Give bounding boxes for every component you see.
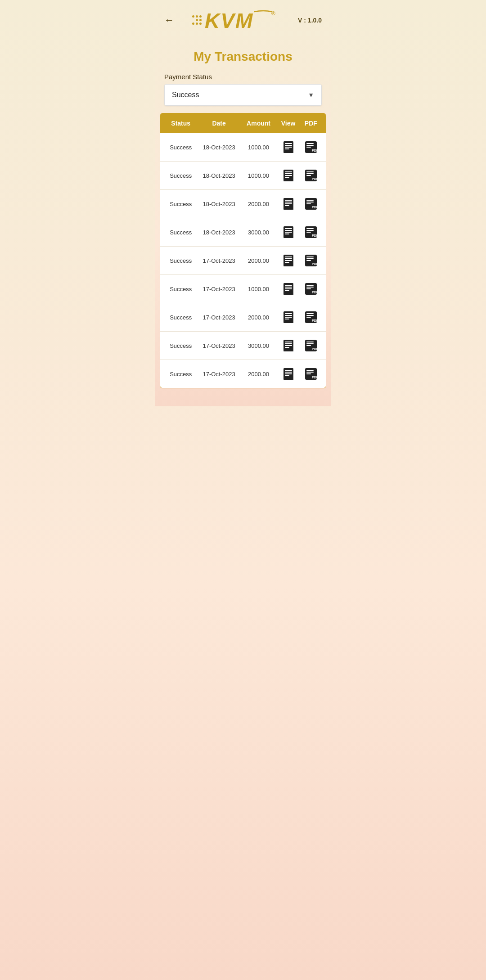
svg-rect-20 [306, 173, 314, 174]
svg-rect-86 [306, 343, 314, 344]
svg-rect-48 [285, 258, 292, 259]
svg-rect-80 [285, 342, 292, 342]
svg-rect-31 [306, 202, 314, 202]
pdf-icon: PDF [304, 254, 318, 267]
svg-rect-47 [285, 256, 292, 257]
table-row: Success18-Oct-20232000.00 PDF [160, 190, 326, 218]
svg-rect-74 [306, 313, 314, 314]
cell-amount: 3000.00 [240, 342, 277, 349]
cell-view[interactable] [277, 141, 299, 153]
svg-rect-30 [306, 200, 314, 201]
cell-amount: 2000.00 [240, 371, 277, 378]
cell-status: Success [164, 286, 198, 292]
payment-status-section: Payment Status Success ▼ [155, 68, 331, 113]
cell-view[interactable] [277, 226, 299, 238]
svg-rect-61 [285, 290, 289, 291]
cell-status: Success [164, 172, 198, 179]
svg-text:PDF: PDF [312, 177, 318, 180]
pdf-icon: PDF [304, 197, 318, 211]
table-row: Success17-Oct-20233000.00 PDF [160, 332, 326, 360]
cell-view[interactable] [277, 283, 299, 295]
table-row: Success18-Oct-20231000.00 PDF [160, 162, 326, 190]
cell-amount: 2000.00 [240, 314, 277, 321]
logo-dots [192, 15, 202, 25]
svg-text:PDF: PDF [312, 347, 318, 351]
cell-pdf[interactable]: PDF [300, 282, 322, 296]
svg-rect-16 [285, 175, 292, 176]
cell-pdf[interactable]: PDF [300, 169, 322, 182]
cell-view[interactable] [277, 169, 299, 182]
svg-rect-43 [306, 232, 311, 233]
svg-rect-42 [306, 230, 314, 231]
receipt-icon [283, 141, 294, 153]
svg-rect-15 [285, 173, 292, 174]
header: ← KVM [155, 0, 331, 36]
cell-pdf[interactable]: PDF [300, 197, 322, 211]
svg-rect-10 [306, 147, 311, 148]
svg-text:PDF: PDF [312, 262, 318, 265]
receipt-icon [283, 339, 294, 352]
status-dropdown[interactable]: Success ▼ [164, 84, 322, 106]
svg-rect-81 [285, 343, 292, 344]
cell-pdf[interactable]: PDF [300, 140, 322, 154]
svg-rect-38 [285, 232, 292, 233]
svg-rect-76 [306, 317, 311, 318]
cell-date: 18-Oct-2023 [198, 172, 240, 179]
cell-amount: 1000.00 [240, 144, 277, 151]
cell-view[interactable] [277, 339, 299, 352]
cell-view[interactable] [277, 198, 299, 210]
pdf-icon: PDF [304, 282, 318, 296]
table-row: Success17-Oct-20231000.00 PDF [160, 275, 326, 303]
svg-rect-85 [306, 342, 314, 342]
logo-dot [192, 15, 194, 18]
logo-dot [199, 22, 202, 25]
svg-rect-53 [306, 258, 314, 259]
cell-view[interactable] [277, 254, 299, 267]
cell-pdf[interactable]: PDF [300, 225, 322, 239]
table-row: Success18-Oct-20233000.00 PDF [160, 218, 326, 247]
svg-rect-70 [285, 315, 292, 316]
receipt-icon [283, 226, 294, 238]
cell-pdf[interactable]: PDF [300, 254, 322, 267]
cell-amount: 2000.00 [240, 257, 277, 264]
svg-rect-71 [285, 317, 292, 318]
app-container: ← KVM [155, 0, 331, 406]
svg-rect-28 [285, 205, 289, 206]
cell-status: Success [164, 201, 198, 207]
svg-rect-96 [306, 370, 314, 371]
receipt-icon [283, 169, 294, 182]
logo-dot [199, 19, 202, 21]
svg-text:PDF: PDF [312, 319, 318, 322]
col-header-date: Date [198, 120, 240, 127]
back-button[interactable]: ← [164, 15, 174, 25]
table-row: Success17-Oct-20232000.00 PDF [160, 303, 326, 332]
svg-rect-27 [285, 203, 292, 204]
receipt-icon [283, 311, 294, 324]
cell-pdf[interactable]: PDF [300, 339, 322, 352]
logo-dot [192, 19, 194, 21]
svg-rect-17 [285, 177, 289, 178]
cell-date: 17-Oct-2023 [198, 314, 240, 321]
svg-rect-41 [306, 228, 314, 229]
status-dropdown-value: Success [172, 91, 199, 99]
svg-rect-60 [285, 288, 292, 289]
receipt-icon [283, 368, 294, 380]
page-title: My Transactions [155, 40, 331, 68]
cell-view[interactable] [277, 311, 299, 324]
svg-rect-25 [285, 200, 292, 201]
svg-text:PDF: PDF [312, 149, 318, 152]
col-header-status: Status [164, 120, 198, 127]
svg-rect-91 [285, 370, 292, 371]
cell-status: Success [164, 229, 198, 236]
svg-rect-65 [306, 288, 311, 289]
cell-view[interactable] [277, 368, 299, 380]
cell-amount: 1000.00 [240, 286, 277, 292]
table-row: Success17-Oct-20232000.00 PDF [160, 247, 326, 275]
pdf-icon: PDF [304, 169, 318, 182]
receipt-icon [283, 283, 294, 295]
pdf-icon: PDF [304, 310, 318, 324]
cell-pdf[interactable]: PDF [300, 367, 322, 381]
cell-pdf[interactable]: PDF [300, 310, 322, 324]
svg-rect-21 [306, 175, 311, 176]
svg-rect-69 [285, 313, 292, 314]
